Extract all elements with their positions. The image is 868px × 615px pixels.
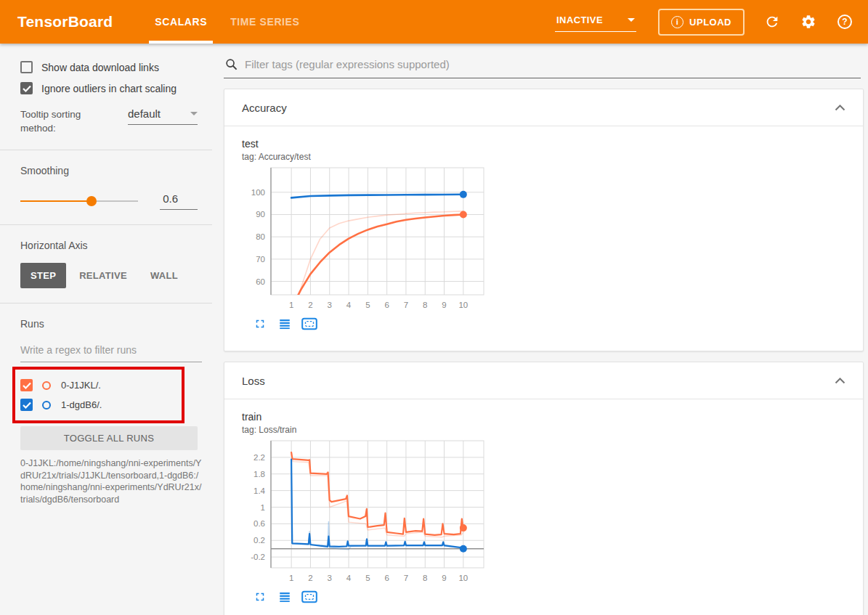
smoothing-value-field[interactable]: 0.6 [160, 192, 198, 210]
x-tick-label: 4 [346, 574, 352, 582]
chart-toolbar [252, 589, 863, 615]
fit-domain-glyph [301, 317, 317, 330]
axis-relative-button[interactable]: RELATIVE [69, 263, 137, 288]
slider-fill [20, 200, 92, 202]
run-color-radio-orange[interactable] [42, 381, 51, 390]
red-annotation-box: 0-J1JKL/. 1-dgdB6/. [12, 367, 184, 423]
chevron-down-icon [190, 112, 198, 115]
loss-card-header[interactable]: Loss [224, 362, 863, 399]
run-label: 1-dgdB6/. [61, 399, 102, 410]
y-tick-label: 60 [256, 277, 265, 286]
loss-train-chart[interactable]: -0.20.20.611.41.82.212345678910 [242, 436, 487, 587]
filter-tags-input[interactable] [245, 58, 859, 70]
accuracy-card-header[interactable]: Accuracy [224, 89, 863, 126]
search-icon [225, 58, 238, 70]
filter-tags-row [224, 54, 861, 78]
bars-glyph [278, 317, 291, 330]
y-tick-label: 1.4 [253, 486, 266, 495]
refresh-glyph [764, 14, 780, 30]
divider [0, 150, 212, 150]
y-tick-label: 2.2 [253, 453, 265, 462]
dashboard-main: Accuracy test tag: Accuracy/test 6070809… [212, 44, 868, 615]
checkbox-label: Show data download links [41, 62, 159, 73]
chart-title: train [242, 411, 863, 423]
checkbox-checked-icon[interactable] [20, 82, 33, 94]
y-tick-label: 0.6 [253, 519, 265, 528]
fit-domain-icon[interactable] [301, 316, 317, 332]
check-glyph [23, 382, 31, 389]
x-tick-label: 10 [458, 301, 468, 309]
x-tick-label: 7 [404, 574, 408, 582]
refresh-icon[interactable] [763, 13, 781, 30]
tooltip-sorting-value: default [128, 107, 161, 120]
check-glyph [23, 402, 31, 409]
run-item-0-J1JKL[interactable]: 0-J1JKL/. [20, 375, 182, 395]
status-dropdown[interactable]: INACTIVE [555, 12, 636, 32]
series-end-dot [460, 211, 467, 218]
x-tick-label: 6 [384, 574, 389, 582]
show-download-links-checkbox-row[interactable]: Show data download links [20, 61, 198, 73]
axis-step-button[interactable]: STEP [20, 263, 66, 288]
runs-regex-input[interactable] [20, 341, 202, 362]
accuracy-test-chart[interactable]: 6070809010012345678910 [242, 163, 487, 314]
check-glyph [23, 85, 31, 92]
smoothing-label: Smoothing [20, 165, 198, 176]
checkbox-label: Ignore outliers in chart scaling [41, 83, 177, 94]
run-checkbox-blue[interactable] [20, 399, 33, 411]
fullscreen-expand-icon[interactable] [252, 589, 268, 605]
y-tick-label: 0.2 [253, 536, 265, 545]
run-item-1-dgdB6[interactable]: 1-dgdB6/. [20, 395, 182, 415]
upload-button[interactable]: i UPLOAD [658, 9, 745, 36]
toggle-all-runs-button[interactable]: TOGGLE ALL RUNS [20, 426, 198, 450]
series-end-dot [460, 191, 467, 198]
fit-domain-icon[interactable] [301, 589, 317, 605]
chevron-up-icon[interactable] [831, 99, 848, 116]
y-tick-label: 100 [251, 188, 265, 197]
chevron-up-icon[interactable] [831, 372, 848, 389]
plot-border [271, 168, 484, 295]
y-tick-label: 80 [256, 232, 265, 241]
fullscreen-expand-icon[interactable] [252, 316, 268, 332]
x-tick-label: 8 [423, 301, 427, 309]
x-tick-label: 8 [423, 574, 427, 582]
series-end-dot [460, 524, 467, 531]
runs-list-icon[interactable] [277, 589, 293, 605]
x-tick-label: 7 [404, 301, 408, 309]
settings-sidebar: Show data download links Ignore outliers… [0, 44, 212, 615]
x-tick-label: 1 [289, 301, 293, 309]
settings-gear-icon[interactable] [800, 13, 817, 30]
main-tabs: SCALARS TIME SERIES [143, 0, 311, 44]
ignore-outliers-checkbox-row[interactable]: Ignore outliers in chart scaling [20, 82, 198, 94]
y-tick-label: 90 [256, 210, 265, 219]
x-tick-label: 10 [458, 574, 468, 582]
tab-time-series[interactable]: TIME SERIES [219, 0, 311, 44]
tooltip-sorting-label: Tooltip sorting method: [20, 107, 108, 135]
chevron-up-glyph [835, 378, 845, 384]
run-color-radio-blue[interactable] [42, 401, 51, 410]
slider-thumb[interactable] [86, 196, 97, 206]
card-title: Loss [242, 375, 265, 387]
run-paths-text: 0-J1JKL:/home/ningshang/nni-experiments/… [20, 457, 203, 505]
fit-domain-glyph [301, 590, 317, 603]
run-checkbox-orange[interactable] [20, 379, 33, 391]
chevron-up-glyph [835, 105, 845, 111]
x-tick-label: 9 [442, 574, 446, 582]
x-tick-label: 3 [328, 574, 332, 582]
x-tick-label: 1 [289, 574, 293, 582]
x-tick-label: 2 [308, 574, 312, 582]
smoothing-slider[interactable] [20, 200, 138, 202]
help-icon[interactable]: ? [836, 13, 853, 30]
fullscreen-glyph [253, 590, 267, 603]
x-tick-label: 4 [346, 301, 352, 309]
divider [0, 224, 212, 225]
horizontal-axis-label: Horizontal Axis [20, 240, 198, 251]
tooltip-sorting-dropdown[interactable]: default [128, 107, 198, 125]
chevron-down-icon [628, 18, 635, 22]
checkbox-unchecked-icon[interactable] [20, 61, 33, 73]
runs-list-icon[interactable] [277, 316, 293, 332]
axis-wall-button[interactable]: WALL [140, 263, 188, 288]
divider [0, 303, 212, 304]
tab-scalars[interactable]: SCALARS [143, 0, 219, 44]
x-tick-label: 3 [328, 301, 332, 309]
series-end-dot [460, 545, 467, 553]
